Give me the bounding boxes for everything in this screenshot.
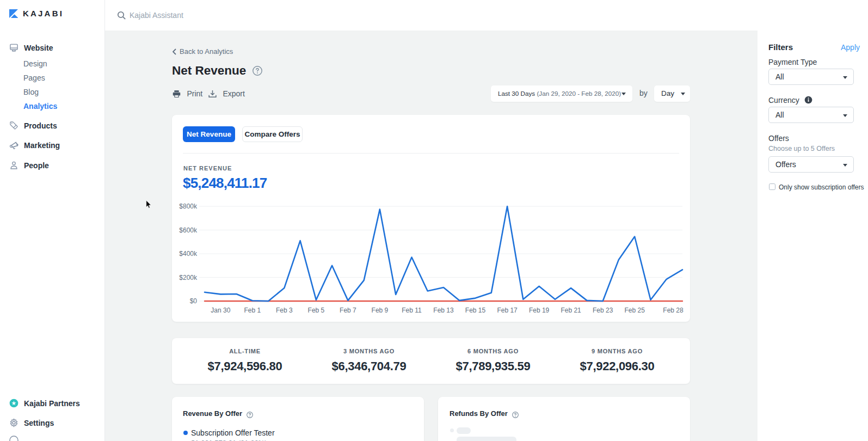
- svg-text:$200k: $200k: [179, 274, 198, 281]
- svg-text:Feb 11: Feb 11: [402, 307, 422, 314]
- svg-text:Feb 15: Feb 15: [465, 307, 486, 314]
- svg-text:Feb 19: Feb 19: [529, 307, 550, 314]
- svg-text:Feb 21: Feb 21: [561, 307, 581, 314]
- svg-text:Feb 23: Feb 23: [593, 307, 613, 314]
- svg-text:Feb 5: Feb 5: [308, 307, 325, 314]
- svg-text:Jan 30: Jan 30: [211, 307, 230, 314]
- svg-text:$0: $0: [190, 297, 198, 305]
- svg-text:Feb 25: Feb 25: [625, 307, 645, 314]
- svg-text:Feb 13: Feb 13: [433, 307, 454, 314]
- svg-text:Feb 3: Feb 3: [276, 307, 293, 314]
- svg-text:$800k: $800k: [179, 203, 198, 210]
- svg-text:Feb 9: Feb 9: [372, 307, 389, 314]
- svg-text:$600k: $600k: [179, 226, 198, 234]
- svg-text:Feb 7: Feb 7: [340, 307, 356, 314]
- svg-text:Feb 17: Feb 17: [497, 307, 518, 314]
- svg-text:Feb 1: Feb 1: [244, 307, 261, 314]
- svg-text:Feb 28: Feb 28: [663, 307, 684, 314]
- svg-text:$400k: $400k: [179, 250, 198, 258]
